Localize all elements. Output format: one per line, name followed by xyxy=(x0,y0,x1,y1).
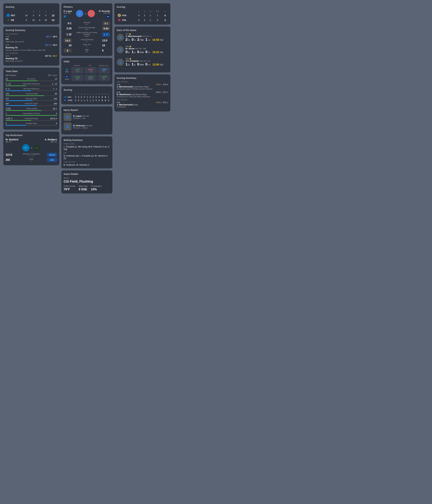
odds-nym-row: NY NYM +1.5 -155 u4.5 EVEN +170 ML xyxy=(64,74,110,81)
precip-value: 10% xyxy=(91,188,102,191)
stat-ip: 13.2 Innings PitchedIP 13.0 xyxy=(64,38,110,43)
stat-punting: 3 (51.7) Punting Average (46.5) 4 xyxy=(6,117,57,121)
venue-label: Venue xyxy=(64,177,110,179)
pitchers-vs: 🧢 vs 🧢 xyxy=(76,10,95,17)
injury-avatar-1: 👤 xyxy=(64,113,71,121)
scoring-summary-title: Scoring Summary xyxy=(6,29,57,32)
list-item: 6:46 DET 10 GB 0 Rushing TD Kerryon John… xyxy=(6,44,57,51)
stat-k: 10 Strike OutK 10 xyxy=(64,44,110,47)
stat-era: 3.29 Earned Run AverageERA 6.92 xyxy=(64,26,110,30)
stat-rushing-yards: 170 Rushing Yards 56 xyxy=(6,93,57,96)
list-item: 👤 R. Peterson MIA #46 60-Day IL - Elbow xyxy=(64,123,110,130)
rbi-label: RBI xyxy=(64,152,110,154)
stat-att-comp: 32/18 Attempts / CompletionsATT/COMP 39/… xyxy=(6,153,57,157)
baseball-scoring-table: 123 456 789 RHE M MIA 000 020 000 4 6 xyxy=(64,93,110,102)
mia-logo: M xyxy=(64,15,72,18)
baseball-scoring-card: Scoring 123 456 789 RHE M MIA xyxy=(61,86,112,104)
wind-item: Wind mph 9 SSE xyxy=(78,185,87,191)
left-pitcher-avatar: 🧢 xyxy=(76,10,83,17)
mia-spread-cell: -1.5 +120 xyxy=(71,67,84,73)
table-row: 🔵 DET 10363 22 xyxy=(6,13,57,18)
two-out-rbi-label: Two Out RBI xyxy=(64,161,110,163)
period-3rd: 3RD PERIOD xyxy=(117,99,168,101)
star-avatar-3: 👤 xyxy=(117,59,124,66)
mia-ou-cell: o4.5 -110 xyxy=(85,67,97,73)
injury-report-card: Injury Report 👤 P. Lopez MIA #46 60-Day … xyxy=(61,106,112,135)
right-pitcher-name: R. Porcello xyxy=(99,10,110,12)
nfl-scoring-title: Scoring xyxy=(6,6,57,8)
pitchers-header: P. Lopez RHP, #46 M 🧢 vs 🧢 R. Porcello L… xyxy=(64,10,110,18)
col-4: 4 xyxy=(42,10,49,13)
stat-yards-per-game: 447 Yards Per Game 299 xyxy=(6,103,57,106)
left-pitcher-pos: RHP, #46 xyxy=(64,12,72,14)
top-performers-card: Top Performers M. Stanford QB, #9 A. Rod… xyxy=(3,132,59,165)
period-1q: 1ST QUARTER xyxy=(6,33,57,35)
temp-item: Partly Cloudy 79°F xyxy=(64,185,75,191)
list-item: 👤 3RD ⭐ J.T. Compher COL #33 - LW 1 G 1 … xyxy=(117,58,168,68)
nfl-scoring-card: Scoring 1 2 3 4 T 🔵 DET 10363 xyxy=(3,3,59,25)
left-pitcher-name: P. Lopez xyxy=(64,10,72,12)
table-row: C COL 0210 3 xyxy=(117,18,168,22)
table-row: G GB 010310 23 xyxy=(6,18,57,22)
star-avatar-1: 👤 xyxy=(117,34,124,41)
mia-label: MIA xyxy=(65,71,69,73)
team-stats-card: Team Stats GB Packers DET Lions 22 First… xyxy=(3,68,59,130)
vgs-icon: V xyxy=(118,14,121,17)
left-performer-pos: QB, #9 xyxy=(6,141,18,143)
right-team-label: DET Lions xyxy=(48,74,57,77)
list-item: 👤 1ST ⭐ J. Marchessault VGS #81 - C 2 G … xyxy=(117,33,168,44)
col-icon: C xyxy=(118,18,121,22)
odds-card: Odds Spread O/U Money Line M MIA -1.5 +1… xyxy=(61,58,112,84)
stat-whip: 1.32 Walks and Hits per Inning PitchedWH… xyxy=(64,32,110,37)
baseball-scoring-title: Scoring xyxy=(64,89,110,91)
table-row: V VGS 0211 4 xyxy=(117,13,168,18)
list-item: 3:02 VGS 2 COL 1 J. Marchessault (2nd) U… xyxy=(117,101,168,108)
hockey-scoring-card: Scoring 1 2 3 OT T V VGS 0211 xyxy=(114,3,170,25)
stat-first-down: 22 First Down 13 xyxy=(6,78,57,81)
period-2q: 2ND QUARTER xyxy=(6,53,57,54)
left-performer-avatar: DET xyxy=(22,144,29,151)
list-item: 👤 P. Lopez MIA #46 60-Day IL - Arm xyxy=(64,113,110,121)
list-item: 👤 2ND ⭐ M. Stone VGS #40 - RW 0 G 1 A 0 … xyxy=(117,45,168,56)
nfl-scoring-summary-card: Scoring Summary 1ST QUARTER 4:09 DET 3 G… xyxy=(3,27,59,66)
odds-mia-row: M MIA -1.5 +120 o4.5 -110 -220 ML xyxy=(64,67,110,73)
batting-summary-card: Batting Summary Home Runs L. Forsythe (1… xyxy=(61,136,112,168)
top-performers-title: Top Performers xyxy=(6,134,57,136)
stat-interceptions: 1 Interceptions Thrown 0 xyxy=(6,112,57,116)
gb-icon: G xyxy=(7,18,10,22)
injury-report-title: Injury Report xyxy=(64,109,110,111)
rbi-text: B. Anderson (9), L. Forsythe (1), M. Har… xyxy=(64,154,110,160)
batting-summary-title: Batting Summary xyxy=(64,139,110,141)
venue-name: Citi Field, Flushing xyxy=(64,180,110,183)
game-details-title: Game Details xyxy=(64,173,110,175)
hr-text: L. Forsythe (1, 5th inning off D. Peters… xyxy=(64,145,110,150)
hr-label: Home Runs xyxy=(64,143,110,145)
right-pitcher-info: R. Porcello LHP, #70 NY xyxy=(99,10,110,18)
stars-of-game-card: Stars of the Game 👤 1ST ⭐ J. Marchessaul… xyxy=(114,27,170,72)
wind-value: 9 SSE xyxy=(78,188,87,191)
right-pitcher-avatar: 🧢 xyxy=(88,10,95,17)
nfl-scoring-table: 1 2 3 4 T 🔵 DET 10363 22 G GB xyxy=(6,10,57,22)
table-row: M MIA 000 020 000 4 6 1 xyxy=(64,96,110,99)
col-2: 2 xyxy=(30,10,37,13)
injury-avatar-2: 👤 xyxy=(64,123,71,130)
team-stats-title: Team Stats xyxy=(6,70,57,72)
stat-yards: 265 YardsYDS 283 xyxy=(6,158,57,162)
two-out-rbi-text: B. Anderson, M. Harrison 2 xyxy=(64,164,110,166)
stat-bb: 8 WalkBB 6 xyxy=(64,48,110,53)
performers-header: M. Stanford QB, #9 A. Rodgers QB, #12 xyxy=(6,138,57,143)
precip-item: Precipitation 10% xyxy=(91,185,102,191)
nym-label: NYM xyxy=(65,78,69,80)
stat-sacks: 3 (22) Sacks (yards) (6) 1 xyxy=(6,108,57,111)
list-item: 1:34 VGS 1 COL 0 J. Marchessault (1st) (… xyxy=(117,83,168,90)
performer-vs-section: DET vs GB xyxy=(6,144,57,151)
nym-spread-cell: +1.5 -155 xyxy=(71,74,84,81)
nym-ml-cell: +170 ML xyxy=(98,74,110,81)
pitchers-title: Pitchers xyxy=(64,6,110,8)
left-team-label: GB Packers xyxy=(6,74,16,77)
det-team: 🔵 DET xyxy=(7,14,22,17)
weather-section: Partly Cloudy 79°F Wind mph 9 SSE Precip… xyxy=(64,185,110,191)
hockey-scoring-title: Scoring xyxy=(117,6,168,8)
col-1: 1 xyxy=(23,10,30,13)
star-avatar-2: 👤 xyxy=(117,46,124,54)
